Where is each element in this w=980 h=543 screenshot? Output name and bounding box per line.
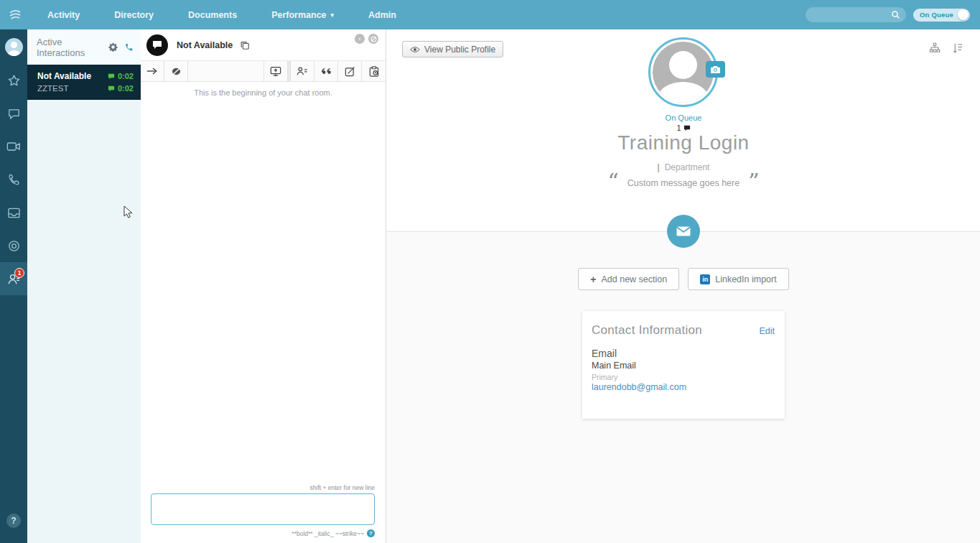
interaction-row[interactable]: ZZTEST 0:02	[27, 83, 141, 94]
chat-bubble-icon	[683, 125, 691, 131]
app-logo-icon[interactable]	[0, 0, 30, 29]
sort-list-icon[interactable]	[953, 42, 963, 54]
wrapup-clipboard-icon[interactable]	[362, 61, 386, 81]
search-icon[interactable]	[891, 10, 900, 19]
custom-message-field[interactable]: Custom message goes here	[627, 178, 739, 188]
email-contact-icon[interactable]	[667, 215, 700, 248]
top-nav: Activity Directory Documents Performance…	[0, 0, 980, 29]
global-search	[806, 7, 906, 22]
nav-item-activity[interactable]: Activity	[30, 0, 97, 29]
chat-panel: Not Available ‹	[141, 29, 386, 543]
chat-room-icon	[146, 34, 168, 56]
custom-message-row: “ Custom message goes here ”	[387, 178, 980, 188]
org-chart-icon[interactable]	[929, 42, 941, 54]
inbox-tray-icon	[7, 207, 21, 219]
contact-information-card: Contact Information Edit Email Main Emai…	[582, 311, 785, 419]
chat-toolbar	[141, 61, 386, 82]
chat-bubble-icon	[7, 107, 21, 121]
chat-message-input[interactable]	[151, 493, 375, 525]
add-new-section-button[interactable]: + Add new section	[578, 268, 679, 290]
toolbar-spacer	[188, 61, 264, 81]
sidebar-item-video[interactable]	[0, 130, 27, 163]
app-window: Activity Directory Documents Performance…	[0, 0, 980, 543]
contact-type-label: Email	[592, 348, 775, 359]
profile-department-row: | Department	[387, 162, 980, 172]
close-quote-icon: ”	[748, 178, 759, 188]
linkedin-import-button[interactable]: in LinkedIn import	[688, 268, 788, 290]
sidebar-item-favorites[interactable]	[0, 64, 27, 97]
nav-item-admin[interactable]: Admin	[351, 0, 414, 29]
chat-intro-text: This is the beginning of your chat room.	[141, 82, 386, 97]
nav-item-performance[interactable]: Performance ▾	[254, 0, 351, 29]
profile-avatar[interactable]	[648, 37, 718, 107]
interaction-count-badge: 1	[14, 268, 24, 278]
sidebar-item-interactions[interactable]: 1	[0, 262, 27, 295]
chat-bubble-icon	[108, 73, 115, 80]
contact-card-title: Contact Information	[592, 323, 759, 338]
interaction-participant: ZZTEST	[37, 84, 108, 93]
plus-icon: +	[590, 274, 596, 285]
mute-notifications-icon[interactable]	[164, 61, 188, 81]
transfer-arrow-icon[interactable]	[141, 61, 164, 81]
canned-responses-icon[interactable]	[314, 61, 338, 81]
sidebar-item-profile[interactable]	[0, 29, 27, 64]
edit-contact-link[interactable]: Edit	[759, 326, 775, 336]
help-icon: ?	[6, 514, 21, 528]
department-divider: |	[658, 162, 660, 172]
interaction-name: Not Available	[37, 71, 108, 81]
sidebar-item-help[interactable]: ?	[0, 504, 27, 537]
sidebar-item-chat[interactable]	[0, 97, 27, 130]
participants-icon[interactable]	[291, 61, 314, 81]
interaction-timer: 0:02	[108, 84, 134, 93]
profile-section-buttons: + Add new section in LinkedIn import	[387, 268, 980, 290]
chevron-down-icon: ▾	[331, 11, 335, 19]
sidebar-item-calls[interactable]	[0, 163, 27, 196]
nav-menu: Activity Directory Documents Performance…	[30, 0, 414, 29]
copy-icon[interactable]	[240, 40, 250, 50]
sidebar-item-inbox[interactable]	[0, 196, 27, 229]
profile-panel: View Public Profile	[387, 29, 980, 543]
left-icon-rail: 1 ?	[0, 29, 27, 543]
minimize-chat-icon[interactable]: ‹	[355, 34, 365, 44]
end-chat-icon[interactable]	[368, 34, 378, 44]
video-camera-icon	[6, 141, 21, 152]
gear-icon[interactable]	[108, 42, 118, 52]
phone-settings-icon[interactable]	[124, 42, 134, 52]
notes-compose-icon[interactable]	[338, 61, 362, 81]
chat-header: Not Available ‹	[141, 29, 386, 61]
open-quote-icon: “	[607, 178, 618, 188]
nav-item-directory[interactable]: Directory	[97, 0, 171, 29]
screen-share-icon[interactable]	[264, 61, 288, 81]
chat-message-area: This is the beginning of your chat room.…	[141, 82, 386, 543]
newline-hint: shift + enter for new line	[151, 484, 375, 491]
change-photo-camera-icon[interactable]	[706, 61, 725, 78]
contact-entry-label: Main Email	[592, 361, 775, 371]
sidebar-item-engage[interactable]	[0, 229, 27, 262]
contact-email-link[interactable]: laurendobb@gmail.com	[592, 382, 775, 392]
interactions-panel: Active Interactions Not Available	[27, 29, 141, 543]
interaction-timer: 0:02	[108, 72, 134, 80]
eye-icon	[410, 46, 420, 53]
interaction-row[interactable]: Not Available 0:02	[27, 70, 141, 83]
status-badge[interactable]: On Queue	[387, 113, 980, 122]
interactions-header: Active Interactions	[27, 29, 141, 65]
user-avatar-icon	[5, 38, 23, 56]
view-public-profile-button[interactable]: View Public Profile	[402, 41, 503, 57]
nav-item-documents[interactable]: Documents	[171, 0, 254, 29]
formatting-info-icon[interactable]: ?	[367, 529, 375, 537]
chat-bubble-icon	[108, 85, 115, 92]
search-input[interactable]	[811, 11, 891, 19]
on-queue-toggle[interactable]: On Queue	[913, 9, 970, 22]
nav-right-group: On Queue	[806, 7, 980, 22]
interaction-card-selected[interactable]: Not Available 0:02 ZZTEST 0:02	[27, 65, 141, 100]
avatar-placeholder	[653, 42, 714, 103]
linkedin-icon: in	[700, 274, 710, 284]
contact-qualifier: Primary	[592, 373, 775, 381]
interactions-title: Active Interactions	[37, 37, 108, 58]
target-icon	[7, 239, 21, 253]
chat-composer: shift + enter for new line **bold** _ita…	[141, 484, 386, 543]
toggle-knob[interactable]	[958, 9, 969, 20]
markdown-hint: **bold** _italic_ ~~strike~~	[291, 530, 364, 537]
department-field[interactable]: Department	[665, 162, 710, 172]
phone-icon	[7, 173, 20, 186]
